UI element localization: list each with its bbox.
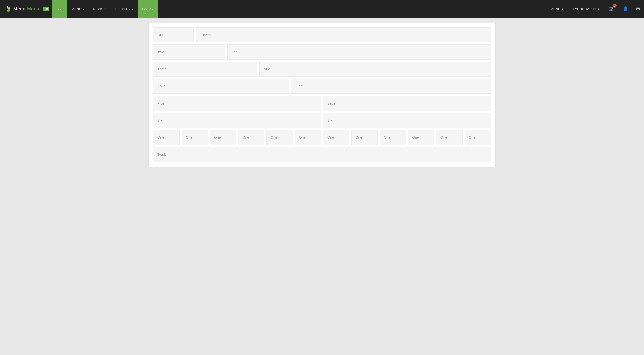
grid-row-row2: TwoTen: [153, 44, 491, 60]
grid-cell-row3-0[interactable]: Three: [153, 62, 257, 77]
grid-row-row6: SixSix: [153, 113, 491, 128]
grid-cell-row7-4[interactable]: One: [266, 130, 293, 145]
nav-grid[interactable]: GRID ▾: [138, 0, 158, 18]
nav-gallery[interactable]: GALLERY ▾: [110, 0, 138, 18]
grid-cell-row8-0[interactable]: Twelve: [153, 147, 491, 162]
chevron-down-icon: ▾: [562, 7, 564, 11]
chevron-down-icon: ▾: [598, 7, 600, 11]
nav-news[interactable]: NEWS ▾: [89, 0, 110, 18]
grid-cell-row4-1[interactable]: Eight: [291, 79, 491, 94]
nav-left: MENU ▾ NEWS ▾ GALLERY ▾ GRID ▾: [67, 0, 158, 18]
grid-cell-row2-1[interactable]: Ten: [227, 44, 491, 60]
main-content: OneElevenTwoTenThreeNineFourEightFiveSev…: [148, 23, 496, 167]
grid-row-row7: OneOneOneOneOneOneOneOneOneOneOneOne: [153, 130, 491, 145]
grid-row-row8: Twelve: [153, 147, 491, 162]
home-button[interactable]: ⌂: [52, 0, 67, 18]
leaf-icon: 🍃: [5, 6, 11, 12]
grid-cell-row2-0[interactable]: Two: [153, 44, 225, 60]
mail-icon-symbol: ✉: [636, 6, 640, 12]
grid-cell-row5-0[interactable]: Five: [153, 96, 321, 111]
grid-cell-row5-1[interactable]: Seven: [323, 96, 491, 111]
brand-name: Mega Menu: [13, 6, 39, 12]
grid-cell-row7-3[interactable]: One: [238, 130, 265, 145]
chevron-down-icon: ▾: [152, 8, 153, 10]
grid-cell-row7-8[interactable]: One: [380, 130, 406, 145]
brand-version: 2.0: [43, 7, 49, 11]
mail-icon[interactable]: ✉: [632, 0, 644, 18]
cart-button[interactable]: 🛒 2: [604, 0, 619, 18]
grid-container: OneElevenTwoTenThreeNineFourEightFiveSev…: [151, 25, 493, 164]
grid-row-row5: FiveSeven: [153, 96, 491, 111]
grid-cell-row3-1[interactable]: Nine: [259, 62, 491, 77]
chevron-down-icon: ▾: [104, 8, 106, 10]
chevron-down-icon: ▾: [132, 8, 133, 10]
grid-cell-row1-1[interactable]: Eleven: [196, 27, 491, 42]
nav-menu-right[interactable]: MENU ▾: [546, 0, 568, 18]
grid-cell-row7-0[interactable]: One: [153, 130, 180, 145]
grid-cell-row7-6[interactable]: One: [323, 130, 349, 145]
brand-menu-text: Menu: [27, 6, 39, 11]
chevron-down-icon: ▾: [83, 8, 84, 10]
grid-cell-row4-0[interactable]: Four: [153, 79, 289, 94]
brand: 🍃 Mega Menu 2.0: [5, 6, 49, 12]
grid-cell-row7-1[interactable]: One: [182, 130, 208, 145]
grid-cell-row1-0[interactable]: One: [153, 27, 194, 42]
nav-right: MENU ▾ TYPOGRAPHY ▾ 🛒 2 👤 ✉: [546, 0, 644, 18]
grid-cell-row7-10[interactable]: One: [436, 130, 463, 145]
grid-cell-row6-0[interactable]: Six: [153, 113, 321, 128]
grid-row-row4: FourEight: [153, 79, 491, 94]
navbar: 🍃 Mega Menu 2.0 ⌂ MENU ▾ NEWS ▾ GALLERY …: [0, 0, 644, 18]
user-icon[interactable]: 👤: [619, 0, 632, 18]
nav-menu[interactable]: MENU ▾: [67, 0, 89, 18]
nav-typography[interactable]: TYPOGRAPHY ▾: [568, 0, 604, 18]
cart-badge: 2: [613, 4, 617, 8]
grid-cell-row7-11[interactable]: One: [465, 130, 491, 145]
grid-cell-row7-2[interactable]: One: [210, 130, 236, 145]
grid-row-row3: ThreeNine: [153, 62, 491, 77]
grid-row-row1: OneEleven: [153, 27, 491, 42]
user-icon-symbol: 👤: [623, 6, 628, 12]
grid-cell-row6-1[interactable]: Six: [323, 113, 491, 128]
grid-cell-row7-5[interactable]: One: [295, 130, 321, 145]
grid-cell-row7-7[interactable]: One: [351, 130, 378, 145]
grid-cell-row7-9[interactable]: One: [408, 130, 434, 145]
